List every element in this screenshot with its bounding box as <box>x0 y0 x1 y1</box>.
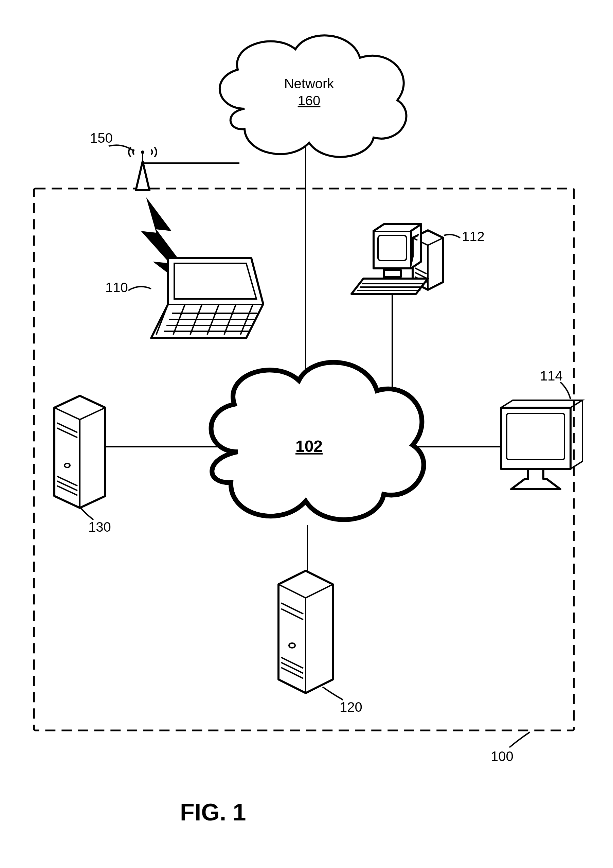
monitor-icon <box>501 400 582 489</box>
figure-caption: FIG. 1 <box>180 799 246 826</box>
laptop-icon <box>151 258 263 338</box>
desktop-pc-icon <box>351 224 443 294</box>
server-bottom-ref-leader <box>323 687 343 700</box>
central-cloud-label: 102 <box>296 437 323 455</box>
server-left-ref: 130 <box>88 519 111 535</box>
monitor-ref: 114 <box>540 368 563 383</box>
server-left-icon <box>54 396 105 508</box>
antenna-ref-leader <box>109 145 134 151</box>
laptop-ref-leader <box>128 287 151 290</box>
laptop-ref: 110 <box>105 280 128 295</box>
server-bottom-ref: 120 <box>340 699 362 715</box>
network-cloud-label-line1: Network <box>284 76 334 91</box>
desktop-pc-ref-leader <box>444 234 460 238</box>
system-boundary-ref: 100 <box>491 749 514 764</box>
antenna-icon <box>129 147 156 190</box>
network-cloud-label-line2: 160 <box>298 93 320 108</box>
svg-point-1 <box>141 150 144 154</box>
system-boundary-ref-leader <box>509 732 530 747</box>
server-left-ref-leader <box>80 507 93 520</box>
desktop-pc-ref: 112 <box>462 229 485 244</box>
network-cloud: Network 160 <box>220 35 406 157</box>
monitor-ref-leader <box>560 382 571 399</box>
server-bottom-icon <box>279 571 333 693</box>
antenna-ref: 150 <box>90 130 113 146</box>
